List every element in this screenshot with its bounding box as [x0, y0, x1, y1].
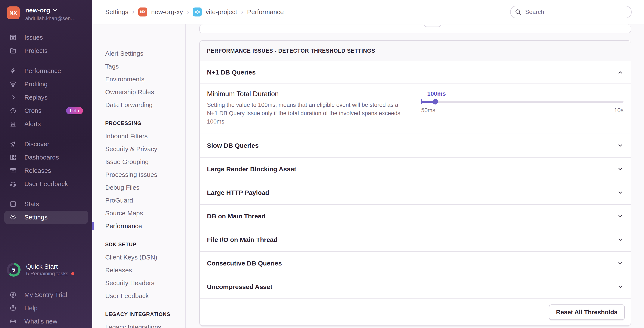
accordion-row-consecutive-db-queries[interactable]: Consecutive DB Queries: [200, 252, 631, 275]
accordion-title: Large HTTP Payload: [207, 189, 269, 196]
sidebar-item-label: Alerts: [24, 120, 41, 128]
chevron-up-icon: [617, 69, 624, 76]
sidebar-item-issues[interactable]: Issues: [4, 31, 88, 44]
accordion-row-db-on-main-thread[interactable]: DB on Main Thread: [200, 205, 631, 228]
settings-nav-item-tags[interactable]: Tags: [105, 60, 185, 73]
accordion-title: Large Render Blocking Asset: [207, 166, 296, 173]
sidebar-item-profiling[interactable]: Profiling: [4, 78, 88, 91]
sidebar-item-stats[interactable]: Stats: [4, 197, 88, 211]
settings-nav-header-sdk-setup: SDK SETUP: [105, 238, 185, 251]
settings-nav-item-performance[interactable]: Performance: [105, 220, 185, 233]
n1-db-queries-settings: Minimum Total Duration Setting the value…: [200, 84, 631, 134]
settings-nav-item-debug-files[interactable]: Debug Files: [105, 181, 185, 194]
org-user-email: abdullah.khan@sen…: [25, 16, 76, 22]
slider-min-label: 50ms: [421, 107, 435, 114]
sidebar-item-discover[interactable]: Discover: [4, 137, 88, 151]
sidebar-item-user-feedback[interactable]: User Feedback: [4, 177, 88, 191]
sidebar-item-label: Dashboards: [24, 154, 59, 161]
settings-nav-item-legacy-integrations[interactable]: Legacy Integrations: [105, 321, 185, 328]
settings-nav-item-security-headers[interactable]: Security Headers: [105, 277, 185, 289]
chevron-down-icon: [617, 190, 624, 196]
reset-all-thresholds-button[interactable]: Reset All Thresholds: [549, 304, 625, 320]
breadcrumb-org[interactable]: new-org-xy: [151, 8, 183, 16]
profiling-icon: [10, 81, 17, 88]
accordion-row-uncompressed-asset[interactable]: Uncompressed Asset: [200, 275, 631, 299]
sidebar-item-replays[interactable]: Replays: [4, 91, 88, 104]
projects-icon: [10, 47, 17, 54]
settings-icon: [10, 214, 17, 221]
stats-icon: [10, 200, 17, 208]
trial-icon: [10, 291, 17, 298]
settings-nav-item-proguard[interactable]: ProGuard: [105, 194, 185, 207]
setting-title: Minimum Total Duration: [207, 90, 408, 98]
accordion-row-large-http-payload[interactable]: Large HTTP Payload: [200, 181, 631, 205]
settings-nav-item-inbound-filters[interactable]: Inbound Filters: [105, 130, 185, 142]
search-input[interactable]: [524, 8, 627, 16]
accordion-row-file-i-o-on-main-thread[interactable]: File I/O on Main Thread: [200, 228, 631, 252]
org-switcher[interactable]: NX new-org abdullah.khan@sen…: [0, 0, 92, 22]
breadcrumb-project[interactable]: vite-project: [206, 8, 237, 16]
settings-nav-item-security-privacy[interactable]: Security & Privacy: [105, 142, 185, 155]
settings-nav-item-alert-settings[interactable]: Alert Settings: [105, 47, 185, 60]
slider-track[interactable]: [421, 99, 624, 104]
settings-nav-header-processing: PROCESSING: [105, 117, 185, 130]
accordion-title: N+1 DB Queries: [207, 69, 256, 76]
sidebar-item-label: Projects: [24, 47, 48, 54]
settings-nav-item-environments[interactable]: Environments: [105, 73, 185, 86]
settings-nav-item-source-maps[interactable]: Source Maps: [105, 207, 185, 220]
releases-icon: [10, 167, 17, 174]
settings-nav-item-user-feedback[interactable]: User Feedback: [105, 289, 185, 302]
accordion-title: DB on Main Thread: [207, 213, 265, 220]
accordion-row-n1-db-queries[interactable]: N+1 DB Queries: [200, 61, 631, 84]
setting-description: Setting the value to 100ms, means that a…: [207, 101, 408, 126]
sidebar-item-releases[interactable]: Releases: [4, 164, 88, 177]
accordion-row-large-render-blocking-asset[interactable]: Large Render Blocking Asset: [200, 157, 631, 181]
accordion-title: File I/O on Main Thread: [207, 236, 278, 243]
sidebar-item-performance[interactable]: Performance: [4, 64, 88, 78]
quick-start-title: Quick Start: [26, 263, 74, 270]
sidebar-item-projects[interactable]: Projects: [4, 44, 88, 57]
sidebar-item-settings[interactable]: Settings: [4, 211, 88, 224]
accordion-title: Uncompressed Asset: [207, 283, 272, 290]
accordion-title: Consecutive DB Queries: [207, 260, 282, 267]
settings-nav-item-issue-grouping[interactable]: Issue Grouping: [105, 155, 185, 168]
sidebar-item-label: Replays: [24, 94, 48, 101]
accordion-title: Slow DB Queries: [207, 142, 259, 149]
search-box[interactable]: [510, 6, 632, 18]
sidebar-item-my-sentry-trial[interactable]: My Sentry Trial: [4, 288, 88, 301]
alerts-icon: [10, 120, 17, 128]
sidebar-item-help[interactable]: Help: [4, 301, 88, 315]
chevron-down-icon: [617, 213, 624, 219]
issues-icon: [10, 34, 17, 41]
primary-sidebar: NX new-org abdullah.khan@sen… IssuesProj…: [0, 0, 92, 328]
accordion-row-slow-db-queries[interactable]: Slow DB Queries: [200, 134, 631, 157]
quick-start[interactable]: 5 Quick Start 5 Remaining tasks: [0, 261, 92, 278]
sidebar-item-label: Help: [24, 304, 38, 312]
slider-max-label: 10s: [614, 107, 624, 114]
sidebar-item-what-s-new[interactable]: What's new: [4, 315, 88, 328]
settings-nav-item-client-keys-dsn[interactable]: Client Keys (DSN): [105, 251, 185, 264]
org-badge: NX: [138, 8, 147, 17]
sidebar-item-label: What's new: [24, 318, 57, 325]
slider-rail: [421, 101, 624, 103]
panel-header: PERFORMANCE ISSUES - DETECTOR THRESHOLD …: [200, 41, 631, 61]
sidebar-item-dashboards[interactable]: Dashboards: [4, 151, 88, 164]
settings-nav-item-processing-issues[interactable]: Processing Issues: [105, 168, 185, 181]
notification-dot: [71, 272, 74, 275]
settings-nav-item-data-forwarding[interactable]: Data Forwarding: [105, 98, 185, 111]
sidebar-item-label: Issues: [24, 34, 43, 41]
breadcrumb-settings[interactable]: Settings: [105, 8, 128, 16]
sidebar-item-label: Crons: [24, 107, 42, 114]
sidebar-item-alerts[interactable]: Alerts: [4, 117, 88, 131]
slider-thumb[interactable]: [433, 99, 438, 104]
settings-nav-item-ownership-rules[interactable]: Ownership Rules: [105, 86, 185, 98]
scrolled-control-remnant[interactable]: [424, 22, 441, 27]
sidebar-bottom: 5 Quick Start 5 Remaining tasks My Sentr…: [0, 261, 92, 328]
sidebar-item-crons[interactable]: Cronsbeta: [4, 104, 88, 117]
dashboards-icon: [10, 154, 17, 161]
chevron-down-icon: [617, 166, 624, 172]
org-name: new-org: [25, 7, 50, 14]
sidebar-item-label: Performance: [24, 67, 61, 75]
sidebar-item-label: User Feedback: [24, 180, 68, 188]
settings-nav-item-releases[interactable]: Releases: [105, 264, 185, 277]
